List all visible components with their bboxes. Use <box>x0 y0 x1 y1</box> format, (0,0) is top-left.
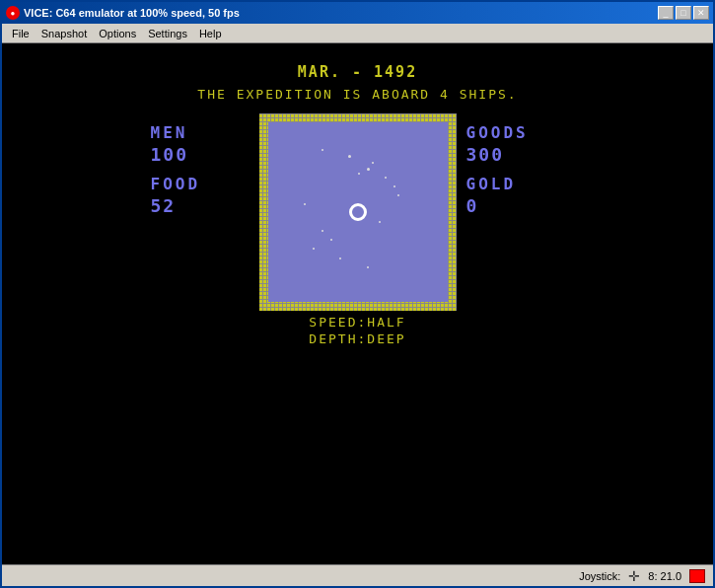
gold-label: GOLD <box>466 175 565 193</box>
menu-file[interactable]: File <box>6 26 36 41</box>
game-area: MAR. - 1492 THE EXPEDITION IS ABOARD 4 S… <box>2 43 713 564</box>
title-bar: ● VICE: C64 emulator at 100% speed, 50 f… <box>2 2 713 24</box>
menu-help[interactable]: Help <box>193 26 228 41</box>
below-map: SPEED:HALF DEPTH:DEEP <box>309 315 405 346</box>
minimize-button[interactable]: _ <box>658 6 674 20</box>
main-content: MEN 100 FOOD 52 <box>2 113 713 311</box>
expedition-text: THE EXPEDITION IS ABOARD 4 SHIPS. <box>197 87 517 102</box>
food-stat: FOOD 52 <box>151 175 250 216</box>
date-display: MAR. - 1492 <box>298 63 417 81</box>
status-bar: Joystick: ✛ 8: 21.0 <box>2 564 713 586</box>
depth-info: DEPTH:DEEP <box>309 331 405 346</box>
map-outer <box>259 113 457 311</box>
title-bar-left: ● VICE: C64 emulator at 100% speed, 50 f… <box>6 6 240 20</box>
speed-info: SPEED:HALF <box>309 315 405 330</box>
goods-label: GOODS <box>466 123 565 142</box>
map-inner <box>268 122 448 302</box>
application-window: ● VICE: C64 emulator at 100% speed, 50 f… <box>0 0 715 588</box>
men-label: MEN <box>151 123 250 142</box>
gold-stat: GOLD 0 <box>466 175 565 216</box>
food-value: 52 <box>151 195 250 216</box>
right-stats: GOODS 300 GOLD 0 <box>466 123 565 216</box>
joystick-icon: ✛ <box>628 568 640 584</box>
close-button[interactable]: ✕ <box>693 6 709 20</box>
map-container <box>259 113 457 311</box>
ship-icon <box>349 203 367 221</box>
window-title: VICE: C64 emulator at 100% speed, 50 fps <box>24 7 240 19</box>
gold-value: 0 <box>466 195 565 216</box>
red-indicator <box>689 569 705 583</box>
menu-settings[interactable]: Settings <box>142 26 193 41</box>
left-stats: MEN 100 FOOD 52 <box>151 123 250 216</box>
app-icon: ● <box>6 6 20 20</box>
goods-stat: GOODS 300 <box>466 123 565 165</box>
goods-value: 300 <box>466 144 565 165</box>
menu-snapshot[interactable]: Snapshot <box>36 26 93 41</box>
menu-options[interactable]: Options <box>93 26 142 41</box>
menu-bar: File Snapshot Options Settings Help <box>2 24 713 43</box>
maximize-button[interactable]: □ <box>676 6 691 20</box>
emulator-screen: MAR. - 1492 THE EXPEDITION IS ABOARD 4 S… <box>2 43 713 564</box>
window-controls: _ □ ✕ <box>658 6 709 20</box>
men-stat: MEN 100 <box>151 123 250 165</box>
food-label: FOOD <box>151 175 250 193</box>
counter-display: 8: 21.0 <box>648 570 681 582</box>
joystick-label: Joystick: <box>579 570 620 582</box>
men-value: 100 <box>151 144 250 165</box>
